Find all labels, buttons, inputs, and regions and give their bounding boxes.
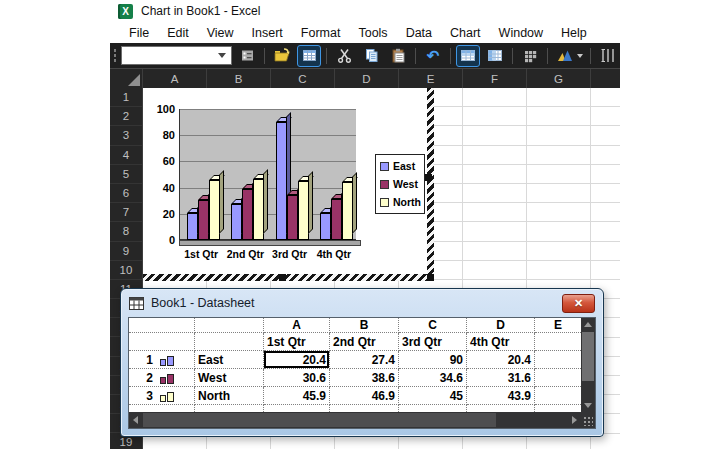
datasheet-cell[interactable]: 27.4 <box>330 351 399 369</box>
menu-item-file[interactable]: File <box>120 24 158 42</box>
row-header-1[interactable]: 1 <box>110 88 142 107</box>
datasheet-cell[interactable]: 31.6 <box>467 369 535 387</box>
chart-legend[interactable]: EastWestNorth <box>375 154 425 214</box>
row-header-10[interactable]: 10 <box>110 261 142 280</box>
datasheet-column-header[interactable]: A <box>264 318 330 333</box>
datasheet-column-header[interactable]: C <box>399 318 467 333</box>
datasheet-qtr-header[interactable]: 4th Qtr <box>467 333 535 351</box>
bar-north-2nd-qtr[interactable] <box>253 179 264 240</box>
datasheet-cell[interactable]: 20.4 <box>264 351 330 369</box>
menu-item-view[interactable]: View <box>198 24 243 42</box>
datasheet-cell[interactable]: 43.9 <box>467 387 535 405</box>
scroll-down-arrow[interactable] <box>581 399 595 412</box>
bar-east-4th-qtr[interactable] <box>320 213 331 240</box>
row-header-2[interactable]: 2 <box>110 107 142 126</box>
by-row-button[interactable] <box>456 45 480 67</box>
menu-item-format[interactable]: Format <box>292 24 350 42</box>
scroll-up-arrow[interactable] <box>581 318 595 331</box>
row-header-3[interactable]: 3 <box>110 126 142 145</box>
bar-north-4th-qtr[interactable] <box>342 182 353 240</box>
chart-object[interactable]: 0204060801001st Qtr2nd Qtr3rd Qtr4th Qtr… <box>143 88 434 281</box>
chart-selection-border-bottom[interactable] <box>143 274 434 281</box>
bar-east-2nd-qtr[interactable] <box>231 204 242 240</box>
row-header-7[interactable]: 7 <box>110 203 142 222</box>
bar-west-4th-qtr[interactable] <box>331 199 342 240</box>
bar-north-1st-qtr[interactable] <box>209 180 220 240</box>
close-button[interactable]: ✕ <box>562 294 595 313</box>
column-header-g[interactable]: G <box>527 69 591 88</box>
datasheet-cell[interactable]: 38.6 <box>330 369 399 387</box>
datasheet-column-header[interactable]: B <box>330 318 399 333</box>
import-file-button[interactable] <box>270 45 294 67</box>
datasheet-corner-cell[interactable] <box>129 318 195 333</box>
bar-east-1st-qtr[interactable] <box>187 213 198 240</box>
resize-handle-bottom[interactable] <box>279 274 286 281</box>
scroll-left-arrow[interactable] <box>129 412 142 428</box>
datasheet-cell[interactable] <box>535 369 581 387</box>
row-header-9[interactable]: 9 <box>110 242 142 261</box>
row-header-4[interactable]: 4 <box>110 146 142 165</box>
row-header-6[interactable]: 6 <box>110 184 142 203</box>
datasheet-cell[interactable] <box>535 387 581 405</box>
menu-item-tools[interactable]: Tools <box>349 24 396 42</box>
scroll-right-arrow[interactable] <box>568 412 581 428</box>
view-datasheet-button[interactable] <box>297 45 321 67</box>
series-name-cell[interactable]: East <box>195 351 264 369</box>
menu-item-data[interactable]: Data <box>397 24 441 42</box>
horizontal-scrollbar-thumb[interactable] <box>143 413 496 427</box>
resize-handle-corner[interactable] <box>427 274 434 281</box>
datasheet-row-header[interactable]: 1 <box>129 351 195 369</box>
select-all-corner[interactable] <box>110 69 143 88</box>
column-header-b[interactable]: B <box>207 69 271 88</box>
row-header-5[interactable]: 5 <box>110 165 142 184</box>
datasheet-qtr-header[interactable]: 3rd Qtr <box>399 333 467 351</box>
horizontal-scrollbar[interactable] <box>129 412 581 428</box>
datasheet-cell[interactable] <box>129 333 195 351</box>
menu-item-help[interactable]: Help <box>552 24 596 42</box>
datasheet-corner-cell[interactable] <box>195 318 264 333</box>
format-object-button[interactable] <box>235 45 259 67</box>
value-axis-gridlines-button[interactable] <box>596 45 620 67</box>
bar-north-3rd-qtr[interactable] <box>298 181 309 240</box>
datasheet-cell[interactable]: 45 <box>399 387 467 405</box>
chart-selection-border-right[interactable] <box>427 88 434 281</box>
column-header-c[interactable]: C <box>271 69 335 88</box>
datasheet-row-header[interactable]: 2 <box>129 369 195 387</box>
resize-handle-right[interactable] <box>425 174 432 181</box>
copy-button[interactable] <box>359 45 383 67</box>
row-header-8[interactable]: 8 <box>110 222 142 241</box>
series-name-cell[interactable]: North <box>195 387 264 405</box>
by-column-button[interactable] <box>483 45 507 67</box>
datasheet-cell[interactable]: 30.6 <box>264 369 330 387</box>
data-table-button[interactable] <box>518 45 542 67</box>
datasheet-row-header[interactable]: 3 <box>129 387 195 405</box>
datasheet-title-bar[interactable]: Book1 - Datasheet ✕ <box>121 289 603 317</box>
bar-west-3rd-qtr[interactable] <box>287 195 298 240</box>
column-header-e[interactable]: E <box>399 69 463 88</box>
menu-item-insert[interactable]: Insert <box>243 24 292 42</box>
column-header-d[interactable]: D <box>335 69 399 88</box>
datasheet-cell[interactable]: 46.9 <box>330 387 399 405</box>
cut-button[interactable] <box>332 45 356 67</box>
toolbar-grip-handle[interactable] <box>113 48 116 64</box>
menu-item-edit[interactable]: Edit <box>158 24 198 42</box>
datasheet-cell[interactable] <box>535 333 581 351</box>
column-header-f[interactable]: F <box>463 69 527 88</box>
vertical-scrollbar[interactable] <box>581 318 595 412</box>
bar-west-1st-qtr[interactable] <box>198 200 209 240</box>
datasheet-cell[interactable] <box>195 333 264 351</box>
datasheet-qtr-header[interactable]: 1st Qtr <box>264 333 330 351</box>
datasheet-column-header[interactable]: E <box>535 318 581 333</box>
datasheet-qtr-header[interactable]: 2nd Qtr <box>330 333 399 351</box>
bar-east-3rd-qtr[interactable] <box>276 122 287 240</box>
datasheet-cell[interactable]: 45.9 <box>264 387 330 405</box>
paste-button[interactable] <box>386 45 410 67</box>
datasheet-cell[interactable]: 20.4 <box>467 351 535 369</box>
datasheet-column-header[interactable]: D <box>467 318 535 333</box>
datasheet-cell[interactable] <box>535 351 581 369</box>
series-name-cell[interactable]: West <box>195 369 264 387</box>
datasheet-cell[interactable]: 34.6 <box>399 369 467 387</box>
undo-button[interactable]: ↶ <box>421 45 445 67</box>
chart-type-button[interactable] <box>553 45 585 67</box>
resize-grip-icon[interactable] <box>583 416 593 426</box>
